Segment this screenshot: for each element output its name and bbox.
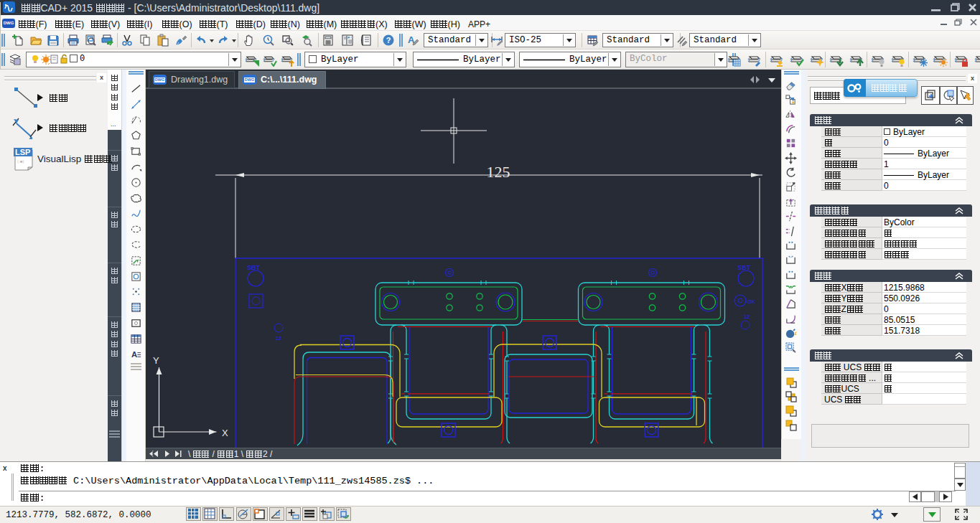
svg-text:SBT: SBT xyxy=(247,264,261,271)
svg-text:Y: Y xyxy=(153,355,159,366)
svg-text:(·■): (·■) xyxy=(17,159,24,164)
svg-text:125: 125 xyxy=(487,163,510,181)
svg-text:OK: OK xyxy=(747,299,755,304)
svg-text:SBT: SBT xyxy=(737,264,751,271)
svg-text:12: 12 xyxy=(276,336,281,341)
svg-text:X: X xyxy=(222,428,228,438)
svg-text:LSP: LSP xyxy=(15,148,30,156)
svg-text:12: 12 xyxy=(744,314,750,319)
